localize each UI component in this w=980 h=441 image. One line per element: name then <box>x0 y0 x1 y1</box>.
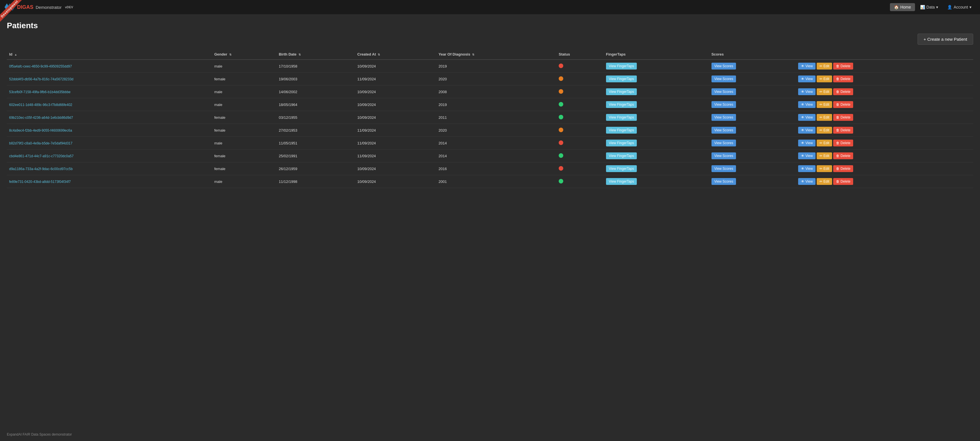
delete-button[interactable]: 🗑 Delete <box>833 178 853 185</box>
delete-button[interactable]: 🗑 Delete <box>833 114 853 121</box>
cell-scores: View Scores <box>709 175 796 188</box>
edit-button[interactable]: ✏ Edit <box>817 165 832 172</box>
view-fingertaps-button[interactable]: View FingerTaps <box>606 127 637 133</box>
view-scores-button[interactable]: View Scores <box>711 127 736 133</box>
cell-yearofdiagnosis: 2016 <box>436 162 557 175</box>
edit-button[interactable]: ✏ Edit <box>817 63 832 70</box>
cell-createdat: 11/09/2024 <box>355 73 436 86</box>
cell-id: 69b210ec-c05f-4236-a64d-1e6cbb86d9d7 <box>7 111 212 124</box>
patient-id-link[interactable]: b82d79f2-c8a0-4e9a-b5de-7e5daf94d317 <box>9 141 72 145</box>
view-button[interactable]: 👁 View <box>798 178 816 185</box>
view-scores-button[interactable]: View Scores <box>711 140 736 146</box>
nav-home[interactable]: 🏠 Home <box>890 3 915 11</box>
patient-id-link[interactable]: cbd4e861-471d-44c7-a91c-c77320dc0a57 <box>9 154 73 158</box>
patient-id-link[interactable]: 602ee011-1d48-489c-96c3-f7b8d66fe402 <box>9 103 72 107</box>
view-fingertaps-button[interactable]: View FingerTaps <box>606 101 637 108</box>
cell-createdat: 10/09/2024 <box>355 162 436 175</box>
view-button[interactable]: 👁 View <box>798 140 816 146</box>
view-button[interactable]: 👁 View <box>798 165 816 172</box>
edit-button[interactable]: ✏ Edit <box>817 114 832 121</box>
cell-fingertaps: View FingerTaps <box>604 149 709 162</box>
view-fingertaps-button[interactable]: View FingerTaps <box>606 76 637 82</box>
status-dot <box>559 128 563 132</box>
delete-button[interactable]: 🗑 Delete <box>833 101 853 108</box>
patient-id-link[interactable]: 8c4a9ec4-f2bb-4ed9-9055-f4600699ec6a <box>9 128 72 132</box>
col-gender[interactable]: Gender ⇅ <box>212 49 277 60</box>
view-fingertaps-button[interactable]: View FingerTaps <box>606 152 637 159</box>
patient-id-link[interactable]: 0f5a4afc-ceec-4650-9c99-49509255dd97 <box>9 64 72 68</box>
view-fingertaps-button[interactable]: View FingerTaps <box>606 165 637 172</box>
view-button[interactable]: 👁 View <box>798 101 816 108</box>
table-row: 0f5a4afc-ceec-4650-9c99-49509255dd97male… <box>7 60 973 73</box>
delete-button[interactable]: 🗑 Delete <box>833 165 853 172</box>
table-row: 69b210ec-c05f-4236-a64d-1e6cbb86d9d7fema… <box>7 111 973 124</box>
edit-button[interactable]: ✏ Edit <box>817 178 832 185</box>
status-dot <box>559 76 563 81</box>
view-fingertaps-button[interactable]: View FingerTaps <box>606 114 637 121</box>
delete-button[interactable]: 🗑 Delete <box>833 127 853 133</box>
cell-birthdate: 25/02/1991 <box>277 149 355 162</box>
view-scores-button[interactable]: View Scores <box>711 114 736 121</box>
cell-gender: male <box>212 175 277 188</box>
cell-fingertaps: View FingerTaps <box>604 73 709 86</box>
view-scores-button[interactable]: View Scores <box>711 178 736 185</box>
edit-button[interactable]: ✏ Edit <box>817 88 832 95</box>
delete-button[interactable]: 🗑 Delete <box>833 152 853 159</box>
cell-scores: View Scores <box>709 137 796 149</box>
col-birthdate[interactable]: Birth Date ⇅ <box>277 49 355 60</box>
view-scores-button[interactable]: View Scores <box>711 152 736 159</box>
view-button[interactable]: 👁 View <box>798 114 816 121</box>
view-button[interactable]: 👁 View <box>798 76 816 82</box>
nav-account[interactable]: 👤 Account ▾ <box>943 3 975 11</box>
view-scores-button[interactable]: View Scores <box>711 76 736 82</box>
edit-button[interactable]: ✏ Edit <box>817 140 832 146</box>
cell-birthdate: 18/05/1964 <box>277 98 355 111</box>
cell-status <box>557 124 604 137</box>
view-fingertaps-button[interactable]: View FingerTaps <box>606 88 637 95</box>
patient-id-link[interactable]: 52ddd4f3-db56-4a7b-816c-74a56728233d <box>9 77 73 81</box>
page-header: Patients <box>0 14 980 33</box>
status-dot <box>559 89 563 94</box>
view-button[interactable]: 👁 View <box>798 63 816 70</box>
patient-id-link[interactable]: fe89e731-0420-43bd-a8dd-5173f04f34f7 <box>9 180 71 184</box>
cell-yearofdiagnosis: 2020 <box>436 73 557 86</box>
edit-button[interactable]: ✏ Edit <box>817 76 832 82</box>
view-scores-button[interactable]: View Scores <box>711 165 736 172</box>
delete-button[interactable]: 🗑 Delete <box>833 88 853 95</box>
view-scores-button[interactable]: View Scores <box>711 88 736 95</box>
col-yearofdiagnosis[interactable]: Year Of Diagnosis ⇅ <box>436 49 557 60</box>
edit-button[interactable]: ✏ Edit <box>817 152 832 159</box>
view-fingertaps-button[interactable]: View FingerTaps <box>606 178 637 185</box>
create-patient-button[interactable]: + Create a new Patient <box>918 33 973 45</box>
patient-id-link[interactable]: 69b210ec-c05f-4236-a64d-1e6cbb86d9d7 <box>9 116 73 120</box>
view-fingertaps-button[interactable]: View FingerTaps <box>606 63 637 70</box>
col-createdat[interactable]: Created At ⇅ <box>355 49 436 60</box>
patient-id-link[interactable]: d9a1186a-733a-4a2f-9dac-6c00cd97cc5b <box>9 167 73 171</box>
view-scores-button[interactable]: View Scores <box>711 101 736 108</box>
home-icon: 🏠 <box>894 5 899 10</box>
nav-links: 🏠 Home 📊 Data ▾ 👤 Account ▾ <box>890 3 975 11</box>
table-row: fe89e731-0420-43bd-a8dd-5173f04f34f7male… <box>7 175 973 188</box>
delete-button[interactable]: 🗑 Delete <box>833 140 853 146</box>
status-dot <box>559 63 563 68</box>
view-button[interactable]: 👁 View <box>798 152 816 159</box>
cell-gender: female <box>212 111 277 124</box>
edit-button[interactable]: ✏ Edit <box>817 101 832 108</box>
footer: ExpandAI FAIR Data Spaces demonstrator <box>0 428 980 441</box>
view-button[interactable]: 👁 View <box>798 88 816 95</box>
nav-data[interactable]: 📊 Data ▾ <box>916 3 942 11</box>
cell-gender: male <box>212 86 277 98</box>
delete-button[interactable]: 🗑 Delete <box>833 76 853 82</box>
col-id[interactable]: Id ▲ <box>7 49 212 60</box>
edit-button[interactable]: ✏ Edit <box>817 127 832 133</box>
brand-logo-link[interactable]: DIGAS Demonstrator vDEV <box>5 3 73 11</box>
view-button[interactable]: 👁 View <box>798 127 816 133</box>
data-icon: 📊 <box>920 5 925 10</box>
view-scores-button[interactable]: View Scores <box>711 63 736 70</box>
sort-birthdate-icon: ⇅ <box>298 53 301 56</box>
table-row: cbd4e861-471d-44c7-a91c-c77320dc0a57fema… <box>7 149 973 162</box>
view-fingertaps-button[interactable]: View FingerTaps <box>606 140 637 146</box>
patient-id-link[interactable]: 53cefb0f-7158-49fa-9fb6-b1b4dd35bbbe <box>9 90 71 94</box>
delete-button[interactable]: 🗑 Delete <box>833 63 853 70</box>
brand-version: vDEV <box>65 5 73 9</box>
